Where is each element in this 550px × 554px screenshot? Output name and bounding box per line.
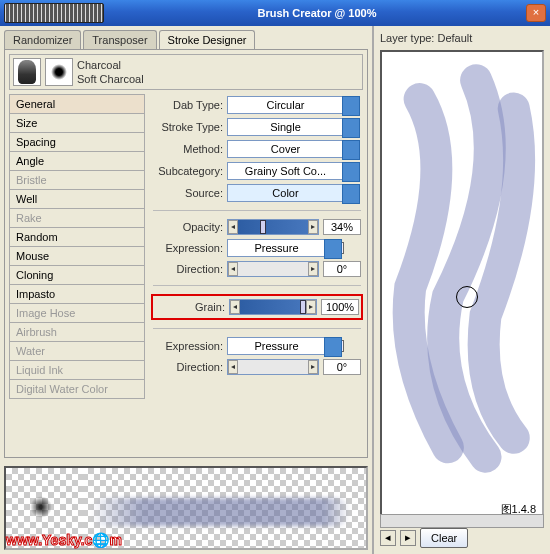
tabs: Randomizer Transposer Stroke Designer bbox=[0, 26, 372, 49]
watermark: www.Yesky.c🌐m bbox=[6, 532, 122, 548]
brush-variant-icon[interactable] bbox=[45, 58, 73, 86]
expression1-combo[interactable]: Pressure bbox=[227, 239, 326, 257]
cursor-brush-outline bbox=[456, 286, 478, 308]
expression2-combo[interactable]: Pressure bbox=[227, 337, 326, 355]
direction1-label: Direction: bbox=[153, 263, 223, 275]
category-item-angle[interactable]: Angle bbox=[9, 151, 145, 171]
category-list: GeneralSizeSpacingAngleBristleWellRakeRa… bbox=[9, 94, 145, 453]
category-item-digital-water-color: Digital Water Color bbox=[9, 379, 145, 399]
source-label: Source: bbox=[153, 187, 223, 199]
direction1-value: 0° bbox=[323, 261, 361, 277]
subcategory-label: Subcategory: bbox=[153, 165, 223, 177]
title-bar: Brush Creator @ 100% × bbox=[0, 0, 550, 26]
direction1-slider: ◂▸ bbox=[227, 261, 319, 277]
brush-category-label: Charcoal bbox=[77, 58, 144, 72]
category-item-rake: Rake bbox=[9, 208, 145, 228]
method-label: Method: bbox=[153, 143, 223, 155]
tab-stroke-designer[interactable]: Stroke Designer bbox=[159, 30, 256, 49]
grain-label: Grain: bbox=[155, 301, 225, 313]
expression1-label: Expression: bbox=[153, 242, 223, 254]
subcategory-combo[interactable]: Grainy Soft Co... bbox=[227, 162, 344, 180]
category-item-liquid-ink: Liquid Ink bbox=[9, 360, 145, 380]
category-item-airbrush: Airbrush bbox=[9, 322, 145, 342]
category-item-random[interactable]: Random bbox=[9, 227, 145, 247]
clear-button[interactable]: Clear bbox=[420, 528, 468, 548]
stroke-sample bbox=[82, 468, 366, 548]
close-button[interactable]: × bbox=[526, 4, 546, 22]
tab-randomizer[interactable]: Randomizer bbox=[4, 30, 81, 49]
grain-slider[interactable]: ◂▸ bbox=[229, 299, 317, 315]
dab-type-combo[interactable]: Circular bbox=[227, 96, 344, 114]
tab-transposer[interactable]: Transposer bbox=[83, 30, 156, 49]
brush-header: Charcoal Soft Charcoal bbox=[9, 54, 363, 90]
nav-next[interactable]: ▸ bbox=[400, 530, 416, 546]
ruler-icon bbox=[4, 3, 104, 23]
brush-variant-label: Soft Charcoal bbox=[77, 72, 144, 86]
opacity-label: Opacity: bbox=[153, 221, 223, 233]
category-item-spacing[interactable]: Spacing bbox=[9, 132, 145, 152]
category-item-image-hose: Image Hose bbox=[9, 303, 145, 323]
direction2-label: Direction: bbox=[153, 361, 223, 373]
opacity-value[interactable]: 34% bbox=[323, 219, 361, 235]
window-title: Brush Creator @ 100% bbox=[112, 7, 522, 19]
layer-type-label: Layer type: Default bbox=[380, 32, 544, 44]
stroke-type-label: Stroke Type: bbox=[153, 121, 223, 133]
expression2-label: Expression: bbox=[153, 340, 223, 352]
source-combo[interactable]: Color bbox=[227, 184, 344, 202]
canvas-preview[interactable]: 图1.4.8 bbox=[380, 50, 544, 524]
category-item-well[interactable]: Well bbox=[9, 189, 145, 209]
direction2-value: 0° bbox=[323, 359, 361, 375]
category-item-mouse[interactable]: Mouse bbox=[9, 246, 145, 266]
method-combo[interactable]: Cover bbox=[227, 140, 344, 158]
category-item-cloning[interactable]: Cloning bbox=[9, 265, 145, 285]
direction2-slider: ◂▸ bbox=[227, 359, 319, 375]
category-item-bristle: Bristle bbox=[9, 170, 145, 190]
grain-value[interactable]: 100% bbox=[321, 299, 359, 315]
category-item-impasto[interactable]: Impasto bbox=[9, 284, 145, 304]
stroke-type-combo[interactable]: Single bbox=[227, 118, 344, 136]
brush-category-icon[interactable] bbox=[13, 58, 41, 86]
dab-type-label: Dab Type: bbox=[153, 99, 223, 111]
nav-prev[interactable]: ◂ bbox=[380, 530, 396, 546]
opacity-slider[interactable]: ◂▸ bbox=[227, 219, 319, 235]
category-item-general[interactable]: General bbox=[9, 94, 145, 114]
category-item-water: Water bbox=[9, 341, 145, 361]
category-item-size[interactable]: Size bbox=[9, 113, 145, 133]
horizontal-scrollbar[interactable] bbox=[380, 514, 544, 528]
